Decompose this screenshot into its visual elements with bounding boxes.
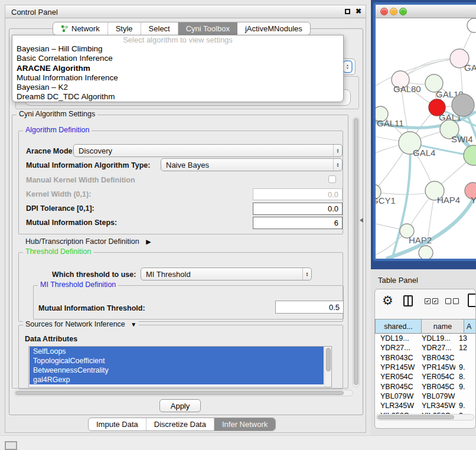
- mi-threshold-field[interactable]: 0.5: [275, 301, 344, 314]
- algorithm-option-dream8-dc-tdc-algorithm[interactable]: Dream8 DC_TDC Algorithm: [12, 92, 343, 102]
- group-title: Threshold Definition: [23, 247, 93, 256]
- which-threshold-select[interactable]: MI Threshold ▲▼: [141, 268, 312, 281]
- table-row[interactable]: YPR145WYPR145W9.: [375, 363, 475, 372]
- stepper-icon: ▲▼: [333, 159, 342, 171]
- table-cell: YBL079W: [375, 392, 417, 400]
- sources-collapse-toggle[interactable]: Sources for Network Inference ▼: [23, 320, 139, 328]
- settings-vertical-scrollbar[interactable]: [353, 117, 360, 387]
- algorithm-option-bayesian-hill-climbing[interactable]: Bayesian – Hill Climbing: [12, 44, 343, 54]
- table-row[interactable]: YBR043CYBR043C: [375, 353, 475, 363]
- column-header-shared-[interactable]: shared...: [375, 319, 422, 334]
- tab-style[interactable]: Style: [108, 22, 141, 35]
- algorithm-option-aracne-algorithm[interactable]: ARACNE Algorithm: [12, 64, 343, 73]
- document-icon[interactable]: [468, 294, 476, 307]
- mi-algorithm-type-select[interactable]: Naive Bayes ▲▼: [161, 158, 343, 171]
- tab-impute-data[interactable]: Impute Data: [89, 418, 146, 431]
- table-row[interactable]: YDL19...YDL19...13: [375, 334, 475, 343]
- minimize-traffic-light-icon[interactable]: [390, 8, 397, 15]
- attribute-item-gal4rgexp[interactable]: gal4RGexp: [30, 375, 324, 384]
- tab-infer-network[interactable]: Infer Network: [214, 418, 275, 431]
- scrollbar-thumb[interactable]: [377, 415, 454, 419]
- manual-kernel-label: Manual Kernel Width Definition: [26, 176, 135, 184]
- column-header-a[interactable]: A: [464, 319, 476, 334]
- table-row[interactable]: YDR27...YDR27...12: [375, 343, 475, 353]
- algorithm-option-mutual-information-inference[interactable]: Mutual Information Inference: [12, 73, 343, 83]
- cyni-bottom-tabbar: Impute DataDiscretize DataInfer Network: [88, 418, 276, 431]
- splitter-handle-icon[interactable]: [360, 218, 363, 223]
- network-canvas[interactable]: GALGAL80GAL10GAL1GAL11SWI4GAL4GCY1HAP4YH…: [376, 18, 476, 259]
- select-unchecked-icon[interactable]: [445, 298, 461, 304]
- hub-definition-expander[interactable]: Hub/Transcription Factor Definition ▶: [25, 237, 151, 246]
- network-window-titlebar[interactable]: [376, 5, 476, 18]
- column-header-name[interactable]: name: [422, 319, 464, 334]
- aracne-mode-label: Aracne Mode:: [26, 147, 75, 155]
- kernel-width-label: Kernel Width (0,1):: [26, 190, 91, 198]
- aracne-mode-select[interactable]: Discovery ▲▼: [73, 144, 343, 157]
- sources-title: Sources for Network Inference: [25, 320, 125, 328]
- float-icon[interactable]: [345, 9, 350, 14]
- attribute-item-betweennesscentrality[interactable]: BetweennessCentrality: [30, 366, 324, 375]
- attribute-item-selfloops[interactable]: SelfLoops: [30, 347, 324, 356]
- gear-icon[interactable]: ⚙: [382, 292, 393, 309]
- scrollbar-thumb[interactable]: [15, 391, 344, 395]
- table-row[interactable]: YLR345WYLR345W9.: [375, 401, 475, 410]
- network-node[interactable]: [452, 94, 474, 116]
- mi-threshold-definition-group: MI Threshold Definition Mutual Informati…: [33, 285, 344, 319]
- network-node[interactable]: [419, 246, 433, 259]
- network-node[interactable]: [464, 145, 476, 165]
- dpi-tolerance-field[interactable]: 0.0: [253, 203, 343, 215]
- table-row[interactable]: YBR045CYBR045C9.: [375, 381, 475, 391]
- algorithm-option-bayesian-k2[interactable]: Bayesian – K2: [12, 83, 343, 92]
- table-cell: YDL19...: [417, 334, 455, 343]
- close-icon[interactable]: ✖: [356, 7, 361, 15]
- tab-jactivemnodules[interactable]: jActiveMNodules: [237, 22, 310, 35]
- group-title: Cyni Algorithm Settings: [17, 110, 97, 118]
- table-row[interactable]: YBL079WYBL079W: [375, 392, 475, 401]
- mi-steps-value: 6: [334, 219, 338, 227]
- table-cell: 13: [455, 334, 467, 343]
- settings-horizontal-scrollbar[interactable]: [14, 390, 353, 396]
- table-row[interactable]: YER054CYER054C8.: [375, 372, 475, 381]
- algorithm-dropdown-list: Select algorithm to view settings Bayesi…: [12, 35, 344, 102]
- dpi-tolerance-label: DPI Tolerance [0,1]:: [26, 204, 94, 213]
- mi-steps-field[interactable]: 6: [253, 217, 343, 229]
- select-checked-icon[interactable]: ✓✓: [425, 298, 440, 304]
- chevron-right-icon: ▶: [146, 238, 151, 246]
- split-columns-icon[interactable]: [403, 295, 413, 306]
- table-cell: YER054C: [375, 373, 417, 381]
- table-header: shared...nameA: [375, 319, 476, 334]
- tab-label: jActiveMNodules: [245, 24, 302, 33]
- attribute-items: SelfLoopsTopologicalCoefficientBetweenne…: [29, 347, 331, 384]
- apply-button[interactable]: Apply: [159, 399, 201, 412]
- cyni-toolbox-content: ▲▼ galFiltered.sif default node Select a…: [9, 28, 363, 415]
- network-nodes: GALGAL80GAL10GAL1GAL11SWI4GAL4GCY1HAP4YH…: [376, 18, 476, 259]
- manual-kernel-checkbox[interactable]: [328, 175, 336, 183]
- scrollbar-thumb[interactable]: [354, 118, 358, 385]
- attribute-item-topologicalcoefficient[interactable]: TopologicalCoefficient: [30, 356, 324, 366]
- stepper-icon: ▲▼: [343, 60, 353, 73]
- network-view-window[interactable]: GALGAL80GAL10GAL1GAL11SWI4GAL4GCY1HAP4YH…: [373, 2, 476, 261]
- table-horizontal-scrollbar[interactable]: [376, 414, 474, 420]
- aracne-mode-value: Discovery: [74, 146, 112, 155]
- scrollbar-thumb[interactable]: [326, 348, 331, 371]
- sources-group: Sources for Network Inference ▼ Data Att…: [18, 325, 343, 389]
- tab-cyni-toolbox[interactable]: Cyni Toolbox: [178, 22, 237, 35]
- mi-threshold-value: 0.5: [329, 303, 340, 312]
- table-panel-body: ⚙ ✓✓ shared...nameA YDL19...YDL19...13YD…: [374, 289, 476, 429]
- hub-definition-label: Hub/Transcription Factor Definition: [25, 237, 139, 246]
- kernel-width-value: 0.0: [328, 190, 338, 199]
- tab-network[interactable]: Network: [53, 22, 108, 35]
- threshold-definition-group: Threshold Definition Which threshold to …: [18, 252, 343, 322]
- close-traffic-light-icon[interactable]: [380, 8, 388, 15]
- tab-discretize-data[interactable]: Discretize Data: [146, 418, 214, 431]
- tab-select[interactable]: Select: [141, 22, 178, 35]
- tab-label: Cyni Toolbox: [186, 24, 230, 33]
- zoom-traffic-light-icon[interactable]: [399, 8, 407, 15]
- algorithm-option-basic-correlation-inference[interactable]: Basic Correlation Inference: [12, 54, 343, 63]
- list-vertical-scrollbar[interactable]: [324, 347, 331, 387]
- docked-panel-icon[interactable]: [5, 441, 17, 450]
- kernel-width-field[interactable]: 0.0: [253, 188, 343, 200]
- network-node[interactable]: [467, 18, 476, 32]
- table-cell: 9.: [455, 383, 465, 391]
- table-cell: YDR27...: [417, 344, 455, 352]
